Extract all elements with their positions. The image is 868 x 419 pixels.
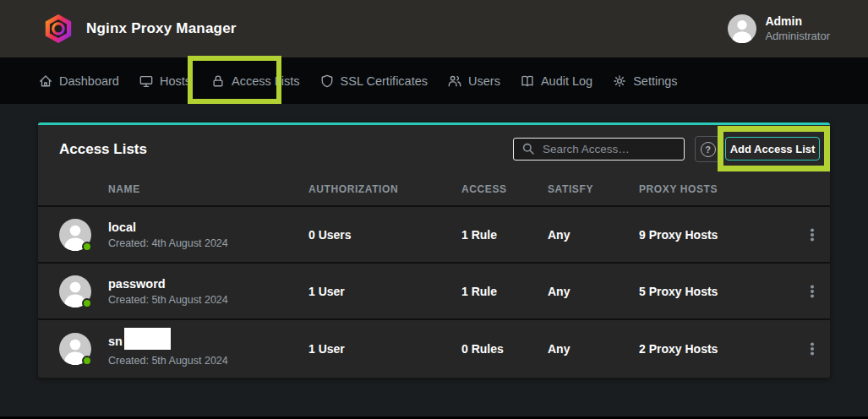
nav-label: Settings xyxy=(633,74,677,88)
access-value: 1 Rule xyxy=(461,285,548,298)
access-list-name: password xyxy=(108,276,308,292)
online-status-dot xyxy=(82,298,92,308)
row-actions-menu-icon[interactable] xyxy=(802,223,822,247)
nav-item-access-lists[interactable]: Access Lists xyxy=(210,73,300,89)
add-access-list-button[interactable]: Add Access List xyxy=(725,137,820,161)
table-row[interactable]: sn Created: 5th August 2024 1 User 0 Rul… xyxy=(38,320,830,377)
row-avatar xyxy=(59,333,91,365)
access-list-name: local xyxy=(108,220,308,236)
monitor-icon xyxy=(139,73,154,89)
nginx-proxy-manager-logo-icon xyxy=(42,13,74,45)
book-icon xyxy=(520,73,535,89)
table-row[interactable]: password Created: 5th August 2024 1 User… xyxy=(38,264,830,320)
nav-label: Dashboard xyxy=(59,74,119,88)
authorization-value: 1 User xyxy=(308,342,461,356)
search-input[interactable] xyxy=(513,138,685,161)
help-button[interactable]: ? xyxy=(695,136,721,162)
proxy-hosts-value: 5 Proxy Hosts xyxy=(639,285,802,298)
created-date: Created: 5th August 2024 xyxy=(108,294,308,306)
nav-label: Access Lists xyxy=(232,74,300,88)
panel-header: Access Lists ? Add Access List xyxy=(38,125,830,173)
nav-item-settings[interactable]: Settings xyxy=(612,73,677,89)
nav-item-ssl-certificates[interactable]: SSL Certificates xyxy=(319,73,428,89)
redaction-overlay xyxy=(124,328,171,350)
row-avatar xyxy=(59,219,91,251)
column-header-satisfy: SATISFY xyxy=(548,183,639,195)
nav-label: SSL Certificates xyxy=(341,74,428,88)
column-header-authorization: AUTHORIZATION xyxy=(308,183,461,195)
created-date: Created: 5th August 2024 xyxy=(108,355,308,367)
shield-icon xyxy=(319,73,335,89)
online-status-dot xyxy=(82,356,92,366)
user-role: Administrator xyxy=(765,30,830,43)
column-header-name: NAME xyxy=(108,183,308,195)
top-bar: Nginx Proxy Manager Admin Administrator xyxy=(0,0,868,57)
nav-item-dashboard[interactable]: Dashboard xyxy=(38,73,119,89)
satisfy-value: Any xyxy=(548,228,639,242)
nav-label: Users xyxy=(468,74,500,88)
nav-item-users[interactable]: Users xyxy=(447,73,500,89)
home-icon xyxy=(38,73,53,89)
row-actions-menu-icon[interactable] xyxy=(802,280,822,303)
satisfy-value: Any xyxy=(548,285,639,298)
panel-title: Access Lists xyxy=(59,141,147,158)
table-header-row: NAME AUTHORIZATION ACCESS SATISFY PROXY … xyxy=(38,173,830,207)
users-icon xyxy=(447,73,462,89)
satisfy-value: Any xyxy=(548,342,639,356)
access-value: 0 Rules xyxy=(461,342,548,356)
column-header-access: ACCESS xyxy=(461,183,548,195)
row-actions-menu-icon[interactable] xyxy=(802,337,822,361)
nav-label: Audit Log xyxy=(541,74,592,88)
help-icon: ? xyxy=(701,142,716,157)
table-row[interactable]: local Created: 4th August 2024 0 Users 1… xyxy=(38,207,830,264)
created-date: Created: 4th August 2024 xyxy=(108,237,308,249)
nav-label: Hosts xyxy=(160,74,191,88)
proxy-hosts-value: 2 Proxy Hosts xyxy=(639,342,802,356)
access-lists-panel: Access Lists ? Add Access List NAME AUTH… xyxy=(38,122,830,378)
access-value: 1 Rule xyxy=(461,228,548,242)
app-window: Nginx Proxy Manager Admin Administrator … xyxy=(0,0,868,419)
online-status-dot xyxy=(82,242,92,252)
nav-item-audit-log[interactable]: Audit Log xyxy=(520,73,592,89)
access-list-name: sn xyxy=(108,330,308,352)
search-icon xyxy=(521,142,535,155)
column-header-proxy-hosts: PROXY HOSTS xyxy=(639,183,802,195)
gear-icon xyxy=(612,73,627,89)
lock-icon xyxy=(210,73,226,89)
row-avatar xyxy=(59,275,91,307)
user-name: Admin xyxy=(765,14,830,30)
app-title: Nginx Proxy Manager xyxy=(86,20,237,37)
authorization-value: 0 Users xyxy=(308,228,461,242)
proxy-hosts-value: 9 Proxy Hosts xyxy=(639,228,802,242)
search-box xyxy=(513,138,685,161)
nav-item-hosts[interactable]: Hosts xyxy=(139,73,191,89)
main-nav: Dashboard Hosts Access Lists SSL Certifi… xyxy=(0,57,868,104)
user-menu[interactable]: Admin Administrator xyxy=(728,14,830,43)
user-avatar xyxy=(728,14,756,43)
authorization-value: 1 User xyxy=(308,285,461,298)
